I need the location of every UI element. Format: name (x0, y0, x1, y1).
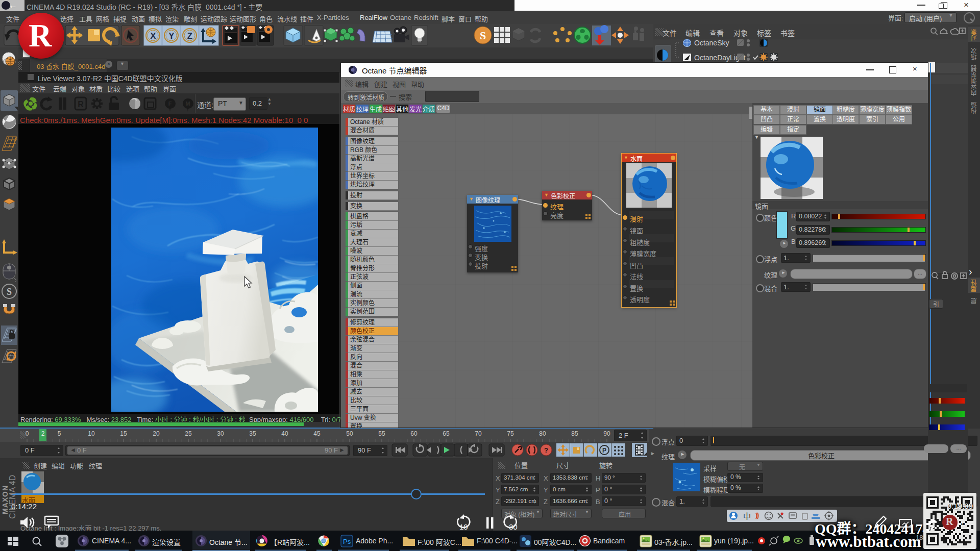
svg-text:R: R (78, 100, 84, 109)
svg-text:S: S (7, 287, 12, 297)
svg-text:Ps: Ps (343, 538, 351, 545)
svg-text:?: ? (544, 446, 548, 454)
svg-text:S: S (480, 29, 486, 42)
svg-text:85: 85 (571, 430, 578, 437)
svg-text:F: F (168, 101, 172, 107)
svg-text:45: 45 (313, 430, 321, 437)
svg-text:中: 中 (743, 512, 751, 520)
svg-text:90: 90 (603, 430, 610, 437)
svg-text:35: 35 (249, 430, 256, 437)
svg-text:M: M (185, 101, 190, 107)
svg-text:5: 5 (58, 430, 61, 437)
svg-text:10: 10 (459, 522, 468, 531)
svg-text:50: 50 (346, 430, 353, 437)
svg-text:P: P (602, 447, 606, 454)
svg-text:30: 30 (509, 522, 518, 531)
svg-text:OctaneSky: OctaneSky (694, 39, 729, 47)
svg-text:15: 15 (120, 430, 127, 437)
svg-text:55: 55 (378, 430, 385, 437)
svg-text:75: 75 (507, 430, 514, 437)
svg-text:20: 20 (153, 430, 160, 437)
svg-text:60: 60 (410, 430, 418, 437)
svg-text:65: 65 (443, 430, 450, 437)
svg-text:Z: Z (187, 31, 192, 41)
svg-text:2: 2 (41, 430, 45, 437)
svg-text:0: 0 (26, 430, 29, 437)
svg-text:40: 40 (281, 430, 288, 437)
svg-text:X: X (150, 31, 156, 41)
svg-text:30: 30 (217, 430, 224, 437)
svg-text:80: 80 (539, 430, 546, 437)
svg-text:70: 70 (475, 430, 482, 437)
svg-text:Y: Y (168, 31, 175, 41)
svg-text:25: 25 (185, 430, 192, 437)
svg-text:10: 10 (88, 430, 95, 437)
